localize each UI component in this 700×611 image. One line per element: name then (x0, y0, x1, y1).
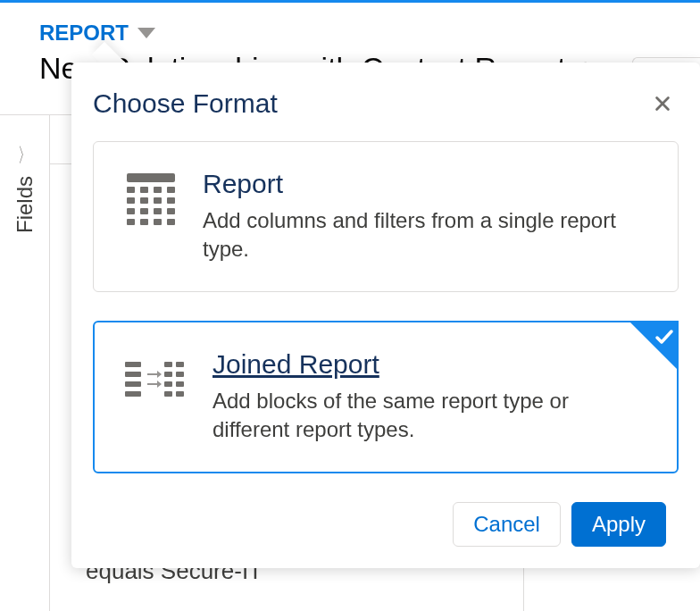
format-option-joined-report[interactable]: Joined Report Add blocks of the same rep… (93, 321, 679, 473)
close-icon (653, 94, 672, 113)
report-type-label: REPORT (39, 21, 129, 46)
option-description: Add blocks of the same report type or di… (212, 387, 650, 445)
modal-title: Choose Format (93, 88, 278, 119)
chevron-down-icon (138, 28, 155, 38)
close-button[interactable] (646, 88, 679, 120)
sidebar-label: Fields (12, 176, 38, 233)
check-icon (654, 326, 675, 347)
selected-badge (629, 321, 679, 371)
option-description: Add columns and filters from a single re… (203, 206, 651, 264)
chevron-right-icon: 〉 (18, 142, 31, 169)
report-type-dropdown[interactable]: REPORT (39, 21, 155, 46)
option-title: Report (203, 169, 651, 199)
format-option-report[interactable]: Report Add columns and filters from a si… (93, 141, 679, 292)
joined-icon (125, 353, 188, 406)
choose-format-modal: Choose Format Report Add columns and fil… (71, 63, 700, 568)
option-title: Joined Report (212, 349, 650, 380)
cancel-button[interactable]: Cancel (453, 502, 561, 547)
table-icon (124, 172, 178, 226)
fields-sidebar[interactable]: 〉 Fields (0, 114, 50, 611)
apply-button[interactable]: Apply (571, 502, 666, 547)
